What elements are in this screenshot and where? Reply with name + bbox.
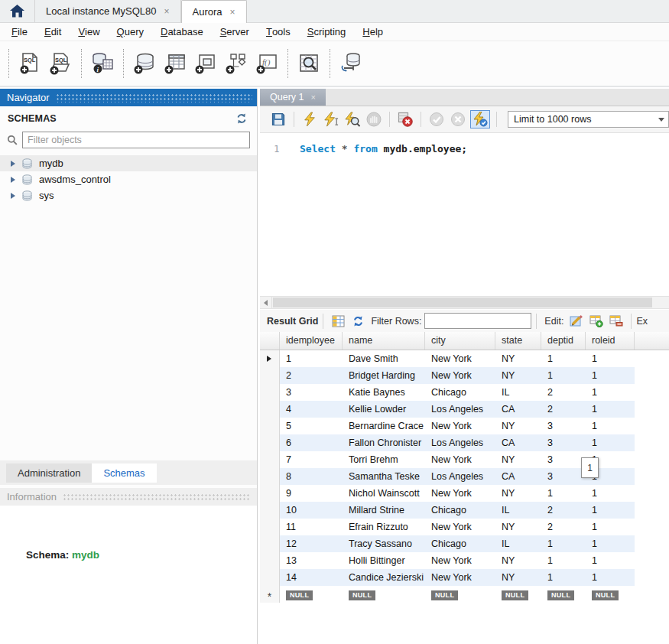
cell-state[interactable]: IL bbox=[495, 384, 541, 401]
row-selector[interactable] bbox=[260, 552, 280, 569]
grid-corner-cell[interactable] bbox=[260, 332, 280, 350]
row-selector[interactable] bbox=[260, 502, 280, 519]
search-table-data-icon[interactable] bbox=[295, 50, 323, 77]
cell-state[interactable]: NY bbox=[495, 485, 541, 502]
filter-objects-input[interactable] bbox=[22, 132, 250, 148]
cell-null-city[interactable]: NULL bbox=[425, 586, 495, 603]
menu-tools[interactable]: Tools bbox=[258, 23, 299, 41]
sql-line-1[interactable]: 1 Select * from mydb.employee; bbox=[260, 134, 669, 156]
cell-deptid[interactable]: 2 bbox=[541, 401, 586, 418]
cell-null-state[interactable]: NULL bbox=[495, 586, 541, 603]
grid-row-2[interactable]: 2Bridget HardingNew YorkNY11 bbox=[260, 367, 669, 384]
row-selector[interactable] bbox=[260, 519, 280, 535]
cell-state[interactable]: IL bbox=[495, 502, 541, 519]
filter-rows-input[interactable] bbox=[424, 313, 531, 329]
row-selector[interactable] bbox=[260, 535, 280, 552]
grid-row-7[interactable]: 7Torri BrehmNew YorkNY31 bbox=[260, 451, 669, 468]
cell-deptid[interactable]: 2 bbox=[541, 502, 586, 519]
reconnect-dbms-icon[interactable] bbox=[337, 50, 365, 77]
row-selector[interactable] bbox=[260, 569, 280, 586]
cell-deptid[interactable]: 2 bbox=[541, 519, 586, 535]
cell-city[interactable]: New York bbox=[425, 418, 495, 434]
grid-row-14[interactable]: 14Candice JezierskiNew YorkNY11 bbox=[260, 569, 669, 586]
create-schema-icon[interactable] bbox=[131, 50, 158, 77]
column-header-state[interactable]: state bbox=[495, 332, 541, 350]
cell-state[interactable]: CA bbox=[495, 468, 541, 485]
cell-roleid[interactable]: 1 bbox=[586, 535, 635, 552]
cell-roleid[interactable]: 1 bbox=[586, 552, 635, 569]
cell-city[interactable]: New York bbox=[425, 367, 495, 384]
cell-city[interactable]: Chicago bbox=[425, 384, 495, 401]
cell-roleid[interactable]: 1 bbox=[586, 367, 635, 384]
row-selector[interactable] bbox=[260, 485, 280, 502]
scrollbar-thumb[interactable] bbox=[273, 298, 652, 307]
menu-edit[interactable]: Edit bbox=[36, 23, 70, 41]
grid-row-6[interactable]: 6Fallon ChronisterLos AngelesCA31 bbox=[260, 434, 669, 451]
cell-name[interactable]: Bridget Harding bbox=[343, 367, 425, 384]
column-header-roleid[interactable]: roleid bbox=[586, 332, 635, 350]
cell-null-idemployee[interactable]: NULL bbox=[280, 586, 343, 603]
grid-row-3[interactable]: 3Katie BaynesChicagoIL21 bbox=[260, 384, 669, 401]
grid-row-10[interactable]: 10Millard StrineChicagoIL21 bbox=[260, 502, 669, 519]
close-icon[interactable]: × bbox=[230, 7, 235, 18]
rollback-icon[interactable] bbox=[449, 110, 467, 128]
explain-plan-icon[interactable] bbox=[343, 110, 362, 128]
editor-horizontal-scrollbar[interactable] bbox=[260, 296, 669, 309]
tab-aurora[interactable]: Aurora × bbox=[181, 0, 247, 23]
append-row-selector[interactable]: * bbox=[260, 586, 280, 603]
row-selector[interactable] bbox=[260, 350, 280, 367]
cell-idemployee[interactable]: 4 bbox=[280, 401, 343, 418]
cell-state[interactable]: NY bbox=[495, 552, 541, 569]
cell-deptid[interactable]: 1 bbox=[541, 485, 586, 502]
cell-idemployee[interactable]: 3 bbox=[280, 384, 343, 401]
column-header-idemployee[interactable]: idemployee bbox=[280, 332, 343, 350]
tab-query-1[interactable]: Query 1 × bbox=[260, 89, 326, 106]
expand-arrow-icon[interactable] bbox=[11, 177, 15, 183]
cell-deptid[interactable]: 1 bbox=[541, 552, 586, 569]
save-script-icon[interactable] bbox=[269, 110, 287, 128]
result-grid-view-icon[interactable] bbox=[330, 314, 346, 329]
toggle-stop-on-error-icon[interactable] bbox=[396, 110, 414, 128]
cell-idemployee[interactable]: 7 bbox=[280, 451, 343, 468]
cell-state[interactable]: NY bbox=[495, 569, 541, 586]
cell-name[interactable]: Kellie Lowder bbox=[343, 401, 425, 418]
column-header-deptid[interactable]: deptid bbox=[541, 332, 586, 350]
cell-deptid[interactable]: 3 bbox=[541, 434, 586, 451]
open-sql-script-icon[interactable]: SQL bbox=[47, 50, 74, 77]
create-view-icon[interactable] bbox=[192, 50, 219, 77]
grid-row-13[interactable]: 13Holli BittingerNew YorkNY11 bbox=[260, 552, 669, 569]
grid-row-1[interactable]: 1Dave SmithNew YorkNY11 bbox=[260, 350, 669, 367]
cell-roleid[interactable]: 1 bbox=[586, 350, 635, 367]
grid-row-12[interactable]: 12Tracy SassanoChicagoIL11 bbox=[260, 535, 669, 552]
schema-item-sys[interactable]: sys bbox=[0, 187, 257, 203]
grid-row-11[interactable]: 11Efrain RizzutoNew YorkNY21 bbox=[260, 519, 669, 535]
cell-deptid[interactable]: 1 bbox=[541, 569, 586, 586]
cell-city[interactable]: Los Angeles bbox=[425, 434, 495, 451]
cell-name[interactable]: Nichol Wainscott bbox=[343, 485, 425, 502]
grid-row-5[interactable]: 5Bernardine CraceNew YorkNY31 bbox=[260, 418, 669, 434]
cell-roleid[interactable]: 1 bbox=[586, 384, 635, 401]
cell-state[interactable]: NY bbox=[495, 519, 541, 535]
cell-city[interactable]: New York bbox=[425, 451, 495, 468]
cell-null-name[interactable]: NULL bbox=[343, 586, 425, 603]
cell-deptid[interactable]: 1 bbox=[541, 350, 586, 367]
create-table-icon[interactable] bbox=[161, 50, 189, 77]
cell-idemployee[interactable]: 10 bbox=[280, 502, 343, 519]
cell-name[interactable]: Candice Jezierski bbox=[343, 569, 425, 586]
cell-name[interactable]: Torri Brehm bbox=[343, 451, 425, 468]
execute-statement-icon[interactable] bbox=[300, 110, 319, 128]
cell-deptid[interactable]: 1 bbox=[541, 535, 586, 552]
cell-deptid[interactable]: 3 bbox=[541, 451, 586, 468]
cell-name[interactable]: Samantha Teske bbox=[343, 468, 425, 485]
cell-state[interactable]: NY bbox=[495, 451, 541, 468]
cell-city[interactable]: New York bbox=[425, 519, 495, 535]
grid-append-row[interactable]: *NULLNULLNULLNULLNULLNULL bbox=[260, 586, 669, 603]
cell-idemployee[interactable]: 9 bbox=[280, 485, 343, 502]
cell-idemployee[interactable]: 5 bbox=[280, 418, 343, 434]
schema-item-mydb[interactable]: mydb bbox=[0, 155, 257, 171]
stop-query-icon[interactable] bbox=[365, 110, 383, 128]
edit-record-icon[interactable] bbox=[568, 314, 585, 329]
cell-city[interactable]: Los Angeles bbox=[425, 401, 495, 418]
cell-roleid[interactable]: 1 bbox=[586, 519, 635, 535]
row-selector[interactable] bbox=[260, 401, 280, 418]
